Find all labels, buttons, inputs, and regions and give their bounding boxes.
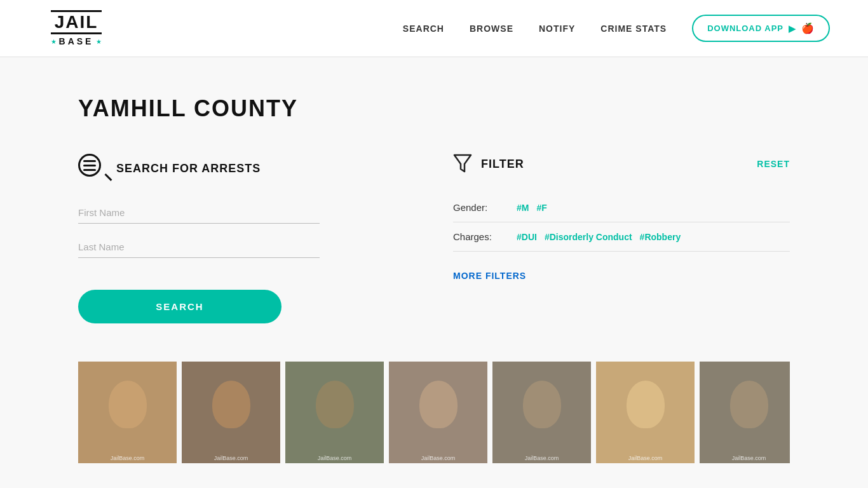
search-icon	[78, 154, 107, 183]
filter-heading: FILTER	[481, 158, 524, 171]
mugshot-label-2: JailBase.com	[182, 455, 280, 461]
mugshot-4[interactable]: JailBase.com	[389, 362, 487, 463]
nav-search[interactable]: SEARCH	[403, 24, 444, 34]
mugshot-3[interactable]: JailBase.com	[285, 362, 384, 463]
mugshot-label-1: JailBase.com	[78, 455, 177, 461]
first-name-group	[78, 202, 415, 224]
mugshot-label-3: JailBase.com	[285, 455, 384, 461]
download-app-button[interactable]: DOWNLOAD APP ▶ 🍎	[692, 15, 830, 42]
last-name-input[interactable]	[78, 236, 320, 258]
search-section-header: SEARCH FOR ARRESTS	[78, 154, 415, 183]
download-app-label: DOWNLOAD APP	[707, 24, 783, 33]
logo-jail-text: JAIL	[51, 10, 102, 34]
charge-tag-dui[interactable]: #DUI	[517, 232, 537, 242]
charges-tags: #DUI #Disorderly Conduct #Robbery	[517, 232, 681, 242]
gender-tags: #M #F	[517, 203, 547, 213]
more-filters-button[interactable]: MORE FILTERS	[453, 264, 526, 287]
search-section: SEARCH FOR ARRESTS SEARCH	[78, 154, 415, 323]
logo[interactable]: JAIL ★ BASE ★	[38, 6, 114, 51]
mugshot-5[interactable]: JailBase.com	[492, 362, 591, 463]
charge-tag-robbery[interactable]: #Robbery	[640, 232, 681, 242]
main-nav: SEARCH BROWSE NOTIFY CRIME STATS DOWNLOA…	[403, 15, 830, 42]
search-heading: SEARCH FOR ARRESTS	[116, 162, 261, 175]
gender-filter-row: Gender: #M #F	[453, 193, 790, 222]
mugshots-section: JailBase.com JailBase.com JailBase.com J…	[78, 362, 790, 463]
gender-tag-m[interactable]: #M	[517, 203, 529, 213]
search-button[interactable]: SEARCH	[78, 290, 281, 323]
filter-header-left: FILTER	[453, 154, 524, 174]
mugshot-7[interactable]: JailBase.com	[700, 362, 790, 463]
filter-header: FILTER RESET	[453, 154, 790, 174]
filter-section: FILTER RESET Gender: #M #F Charges: #DUI…	[453, 154, 790, 323]
mugshot-label-7: JailBase.com	[700, 455, 790, 461]
charges-label: Charges:	[453, 231, 504, 242]
gender-label: Gender:	[453, 202, 504, 213]
play-icon: ▶	[789, 24, 796, 34]
search-filter-row: SEARCH FOR ARRESTS SEARCH FILTER	[78, 154, 790, 323]
first-name-input[interactable]	[78, 202, 320, 224]
site-header: JAIL ★ BASE ★ SEARCH BROWSE NOTIFY CRIME…	[0, 0, 868, 57]
reset-button[interactable]: RESET	[757, 159, 790, 169]
logo-base-text: BASE	[59, 36, 94, 46]
charges-filter-row: Charges: #DUI #Disorderly Conduct #Robbe…	[453, 222, 790, 252]
apple-icon: 🍎	[801, 22, 815, 34]
mugshot-2[interactable]: JailBase.com	[182, 362, 280, 463]
mugshot-1[interactable]: JailBase.com	[78, 362, 177, 463]
nav-crime-stats[interactable]: CRIME STATS	[600, 24, 667, 34]
mugshot-label-6: JailBase.com	[596, 455, 695, 461]
county-title: YAMHILL COUNTY	[78, 95, 790, 122]
mugshots-row: JailBase.com JailBase.com JailBase.com J…	[78, 362, 790, 463]
main-content: YAMHILL COUNTY SEARCH FOR ARRESTS	[53, 57, 815, 488]
nav-notify[interactable]: NOTIFY	[539, 24, 575, 34]
mugshot-label-5: JailBase.com	[492, 455, 591, 461]
logo-star-left: ★	[51, 38, 57, 45]
filter-icon	[453, 154, 472, 174]
charge-tag-disorderly[interactable]: #Disorderly Conduct	[545, 232, 632, 242]
nav-browse[interactable]: BROWSE	[470, 24, 513, 34]
mugshot-label-4: JailBase.com	[389, 455, 487, 461]
logo-star-right: ★	[96, 38, 102, 45]
gender-tag-f[interactable]: #F	[536, 203, 546, 213]
mugshot-6[interactable]: JailBase.com	[596, 362, 695, 463]
last-name-group	[78, 236, 415, 258]
